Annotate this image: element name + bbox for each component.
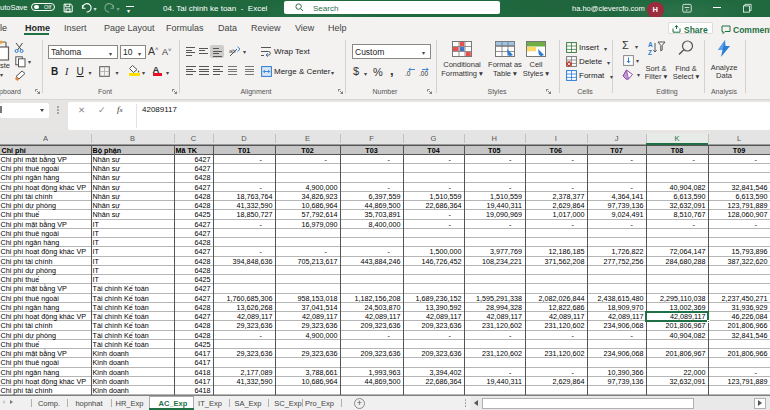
svg-text:ab: ab xyxy=(229,48,236,54)
svg-text:Z: Z xyxy=(648,49,652,56)
svg-text:A: A xyxy=(648,41,653,48)
